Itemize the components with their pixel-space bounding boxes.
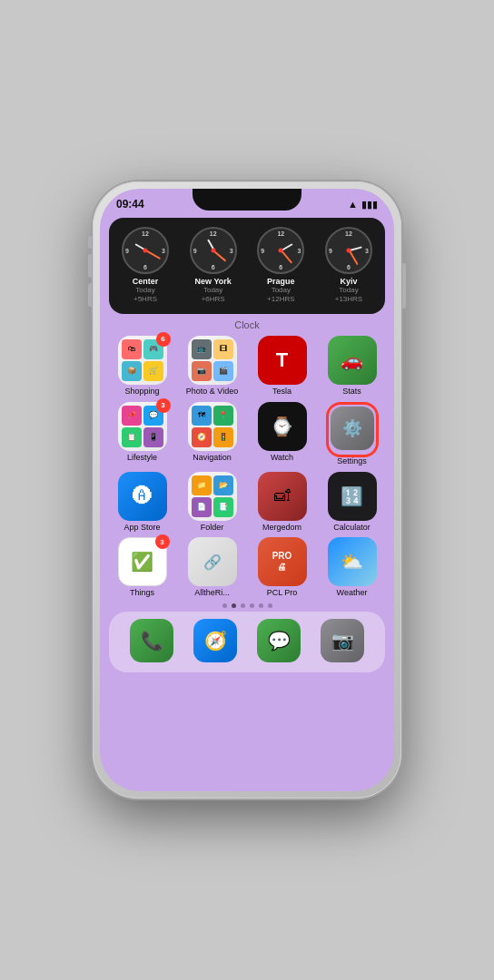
clock-sub-kyiv: Today+13HRS — [335, 286, 362, 305]
dock: 📞 🧭 💬 📷 — [109, 612, 385, 672]
app-row-2: 📌 💬 📋 📱 3 Lifestyle 🗺 📍 — [109, 402, 385, 466]
dot-2 — [232, 603, 236, 608]
home-screen: 12 3 6 9 Center Today+5HRS 12 3 — [100, 214, 394, 681]
weather-label: Weather — [337, 589, 368, 598]
dot-1 — [222, 603, 227, 608]
messages-icon: 💬 — [257, 619, 301, 662]
dock-safari[interactable]: 🧭 — [193, 619, 237, 665]
clock-face-prague: 12 3 6 9 — [257, 227, 304, 274]
app-weather[interactable]: ⛅ Weather — [319, 537, 385, 598]
stats-icon: 🚗 — [328, 336, 377, 385]
battery-icon: ▮▮▮ — [361, 199, 378, 211]
clock-face-center: 12 3 6 9 — [122, 227, 169, 274]
wifi-icon: ▲ — [348, 199, 358, 210]
safari-icon: 🧭 — [193, 619, 237, 662]
weather-icon: ⛅ — [328, 537, 377, 586]
clock-kyiv: 12 3 6 9 Kyiv Today+13HRS — [321, 227, 376, 305]
watch-label: Watch — [271, 454, 293, 463]
clock-sub-prague: Today+12HRS — [267, 286, 294, 305]
alltheri-label: AlltheRi... — [194, 589, 230, 598]
dock-phone[interactable]: 📞 — [130, 619, 173, 665]
notch — [193, 189, 301, 211]
tesla-label: Tesla — [272, 387, 291, 397]
stats-label: Stats — [342, 387, 361, 397]
dot-5 — [259, 603, 263, 608]
appstore-icon: 🅐 — [118, 472, 167, 521]
phone-icon: 📞 — [130, 619, 173, 662]
clock-sub-center: Today+5HRS — [133, 286, 157, 305]
appstore-label: App Store — [124, 524, 160, 533]
clock-city-newyork: New York — [195, 277, 232, 286]
things-label: Things — [130, 589, 154, 598]
photo-video-label: Photo & Video — [186, 387, 238, 397]
folder-label: Folder — [201, 524, 224, 533]
app-row-4: ✅ 3 Things 🔗 AlltheRi... PRO🖨 — [109, 537, 385, 598]
watch-icon: ⌚ — [258, 402, 307, 451]
photo-video-icon: 📺 🎞 📷 🎬 — [188, 336, 237, 385]
app-stats[interactable]: 🚗 Stats — [319, 336, 385, 397]
clock-city-prague: Prague — [267, 277, 295, 286]
navigation-icon: 🗺 📍 🧭 🚦 — [188, 402, 237, 451]
mergedom-label: Mergedom — [262, 524, 301, 533]
dot-4 — [250, 603, 254, 608]
app-tesla[interactable]: T Tesla — [249, 336, 315, 397]
app-row-1: 🛍 🎮 📦 🛒 6 Shopping 📺 🎞 — [109, 336, 385, 397]
status-icons: ▲ ▮▮▮ — [348, 199, 378, 211]
app-alltheri[interactable]: 🔗 AlltheRi... — [179, 537, 245, 598]
app-things[interactable]: ✅ 3 Things — [109, 537, 175, 598]
lifestyle-label: Lifestyle — [127, 454, 157, 463]
navigation-label: Navigation — [193, 454, 232, 463]
dock-messages[interactable]: 💬 — [257, 619, 301, 665]
alltheri-icon: 🔗 — [188, 537, 237, 586]
mergedom-icon: 🛋 — [258, 472, 307, 521]
dock-camera[interactable]: 📷 — [321, 619, 364, 665]
app-folder[interactable]: 📁 📂 📄 📑 Folder — [179, 472, 245, 533]
shopping-label: Shopping — [124, 387, 159, 397]
app-calculator[interactable]: 🔢 Calculator — [319, 472, 385, 533]
app-mergedom[interactable]: 🛋 Mergedom — [249, 472, 315, 533]
clock-widget[interactable]: 12 3 6 9 Center Today+5HRS 12 3 — [109, 218, 385, 314]
settings-icon: ⚙️ — [331, 407, 374, 450]
folder-icon: 📁 📂 📄 📑 — [188, 472, 237, 521]
clock-widget-title: Clock — [109, 319, 385, 330]
silent-switch[interactable] — [88, 236, 92, 249]
clock-face-newyork: 12 3 6 9 — [190, 227, 237, 274]
clock-newyork: 12 3 6 9 New York Today+6HRS — [186, 227, 241, 305]
app-appstore[interactable]: 🅐 App Store — [109, 472, 175, 533]
tesla-icon: T — [258, 336, 307, 385]
clock-sub-newyork: Today+6HRS — [202, 286, 225, 305]
volume-down-button[interactable] — [88, 283, 92, 307]
lifestyle-icon: 📌 💬 📋 📱 3 — [118, 402, 167, 451]
calculator-label: Calculator — [333, 524, 370, 533]
clock-city-kyiv: Kyiv — [340, 277, 357, 286]
app-photo-video[interactable]: 📺 🎞 📷 🎬 Photo & Video — [179, 336, 245, 397]
status-time: 09:44 — [116, 198, 144, 211]
clock-face-kyiv: 12 3 6 9 — [325, 227, 372, 274]
app-pclpro[interactable]: PRO🖨 PCL Pro — [249, 537, 315, 598]
volume-up-button[interactable] — [88, 254, 92, 278]
app-shopping[interactable]: 🛍 🎮 📦 🛒 6 Shopping — [109, 336, 175, 397]
clock-center: 12 3 6 9 Center Today+5HRS — [118, 227, 173, 305]
settings-highlight-ring: ⚙️ — [326, 402, 379, 457]
pclpro-icon: PRO🖨 — [258, 537, 307, 586]
app-watch[interactable]: ⌚ Watch — [249, 402, 315, 466]
app-row-3: 🅐 App Store 📁 📂 📄 📑 Folder — [109, 472, 385, 533]
settings-label: Settings — [337, 457, 367, 466]
screen: 09:44 ▲ ▮▮▮ 12 3 6 9 — [100, 189, 394, 791]
pclpro-label: PCL Pro — [267, 589, 298, 598]
dot-3 — [241, 603, 245, 608]
app-settings[interactable]: ⚙️ Settings — [319, 402, 385, 466]
clock-city-center: Center — [133, 277, 159, 286]
page-indicator — [109, 603, 385, 608]
power-button[interactable] — [402, 263, 406, 309]
calculator-icon: 🔢 — [328, 472, 377, 521]
shopping-icon: 🛍 🎮 📦 🛒 6 — [118, 336, 167, 385]
clock-prague: 12 3 6 9 Prague Today+12HRS — [253, 227, 308, 305]
dot-6 — [268, 603, 272, 608]
phone-frame: 09:44 ▲ ▮▮▮ 12 3 6 9 — [93, 181, 401, 799]
things-icon: ✅ 3 — [118, 537, 167, 586]
app-lifestyle[interactable]: 📌 💬 📋 📱 3 Lifestyle — [109, 402, 175, 466]
camera-icon: 📷 — [321, 619, 364, 662]
app-navigation[interactable]: 🗺 📍 🧭 🚦 Navigation — [179, 402, 245, 466]
